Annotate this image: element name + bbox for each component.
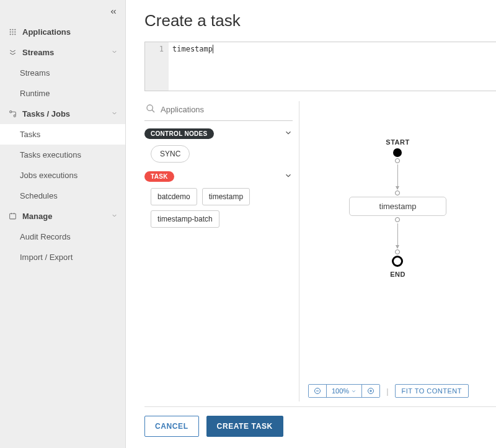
sidebar-subitem-tasks[interactable]: Tasks	[0, 124, 125, 145]
fit-to-content-button[interactable]: FIT TO CONTENT	[395, 384, 469, 398]
start-node[interactable]	[394, 148, 402, 157]
sidebar-item-label: Tasks / Jobs	[22, 109, 70, 119]
svg-point-8	[14, 34, 16, 35]
port-icon[interactable]	[396, 217, 401, 222]
sidebar-subitem-label: Audit Records	[20, 232, 71, 241]
sidebar-subitem-audit-records[interactable]: Audit Records	[0, 226, 125, 247]
sidebar-subitem-import-export[interactable]: Import / Export	[0, 247, 125, 267]
chevron-down-icon	[284, 128, 293, 139]
sidebar-item-label: Streams	[22, 48, 54, 57]
main-content: Create a task 1 timestamp CONTROL NODES	[126, 0, 496, 448]
task-node-timestamp[interactable]: timestamp	[349, 197, 447, 216]
plus-circle-icon	[367, 387, 374, 395]
sidebar-subitem-label: Tasks executions	[20, 150, 81, 159]
svg-point-5	[14, 31, 16, 32]
svg-point-1	[12, 29, 13, 30]
end-node[interactable]	[392, 256, 404, 267]
sidebar-item-streams[interactable]: Streams	[0, 42, 125, 63]
palette-item-label: batcdemo	[157, 192, 190, 201]
svg-point-2	[14, 29, 16, 30]
port-icon[interactable]	[396, 158, 401, 163]
svg-point-7	[12, 34, 13, 35]
palette-item-timestamp[interactable]: timestamp	[202, 188, 250, 205]
fit-label: FIT TO CONTENT	[402, 387, 462, 395]
sidebar-item-label: Manage	[22, 212, 52, 221]
zoom-in-button[interactable]	[362, 385, 379, 397]
editor-text: timestamp	[172, 45, 213, 53]
palette-item-batcdemo[interactable]: batcdemo	[151, 188, 197, 205]
sidebar-subitem-jobs-executions[interactable]: Jobs executions	[0, 165, 125, 186]
sidebar-item-label: Applications	[22, 27, 71, 37]
tasks-icon	[7, 110, 17, 118]
sidebar-subitem-label: Tasks	[20, 130, 40, 139]
sidebar-item-tasks-jobs[interactable]: Tasks / Jobs	[0, 104, 125, 124]
zoom-level-dropdown[interactable]: 100%	[327, 385, 362, 397]
svg-point-3	[9, 31, 11, 32]
chevron-down-icon	[284, 171, 293, 182]
apps-palette: CONTROL NODES SYNC TASK batcdemo ti	[144, 101, 299, 401]
palette-item-label: SYNC	[160, 150, 180, 158]
start-label: START	[386, 138, 409, 146]
manage-icon	[7, 212, 17, 220]
chevron-down-icon	[111, 109, 118, 119]
sidebar-subitem-label: Streams	[20, 68, 50, 78]
button-label: CANCEL	[155, 422, 188, 431]
button-label: CREATE TASK	[217, 422, 273, 431]
editor-gutter: 1	[145, 42, 169, 91]
sidebar-subitem-label: Runtime	[20, 89, 50, 98]
editor-content[interactable]: timestamp	[169, 42, 496, 91]
svg-point-0	[9, 29, 11, 30]
svg-rect-11	[9, 213, 16, 219]
section-pill: CONTROL NODES	[144, 128, 214, 139]
zoom-toolbar: 100% | FIT TO CONTENT	[308, 384, 496, 398]
task-node-label: timestamp	[379, 202, 417, 211]
line-number: 1	[145, 45, 164, 53]
svg-point-12	[147, 105, 153, 110]
port-icon[interactable]	[396, 249, 401, 254]
search-icon	[146, 104, 156, 115]
svg-point-4	[12, 31, 13, 32]
sidebar-item-applications[interactable]: Applications	[0, 22, 125, 42]
footer-actions: CANCEL CREATE TASK	[144, 407, 496, 437]
palette-item-label: timestamp	[209, 192, 243, 201]
zoom-level-label: 100%	[332, 387, 349, 395]
arrow-icon	[397, 223, 398, 248]
create-task-button[interactable]: CREATE TASK	[206, 416, 283, 437]
sidebar-subitem-label: Import / Export	[20, 253, 73, 262]
zoom-out-button[interactable]	[309, 385, 327, 397]
chevron-double-left-icon	[109, 7, 118, 16]
separator: |	[386, 387, 388, 396]
section-control-nodes[interactable]: CONTROL NODES	[144, 128, 293, 139]
text-cursor	[213, 45, 213, 53]
sidebar-subitem-runtime[interactable]: Runtime	[0, 83, 125, 104]
palette-item-label: timestamp-batch	[157, 215, 213, 223]
palette-item-timestamp-batch[interactable]: timestamp-batch	[151, 210, 219, 228]
end-label: END	[390, 271, 405, 278]
dsl-editor[interactable]: 1 timestamp	[144, 42, 496, 91]
minus-circle-icon	[314, 387, 321, 395]
arrow-icon	[397, 164, 398, 189]
sidebar-subitem-streams[interactable]: Streams	[0, 63, 125, 83]
section-task[interactable]: TASK	[144, 171, 293, 182]
sidebar-subitem-label: Schedules	[20, 191, 58, 200]
sidebar-item-manage[interactable]: Manage	[0, 206, 125, 226]
sidebar-subitem-tasks-executions[interactable]: Tasks executions	[0, 145, 125, 165]
chevron-down-icon	[111, 48, 118, 57]
palette-item-sync[interactable]: SYNC	[151, 145, 190, 163]
chevron-down-icon	[351, 388, 356, 394]
apps-search-input[interactable]	[161, 105, 291, 114]
sidebar: Applications Streams Streams Runtime Tas…	[0, 0, 126, 448]
svg-point-6	[9, 34, 11, 35]
cancel-button[interactable]: CANCEL	[144, 416, 199, 437]
port-icon[interactable]	[396, 190, 401, 195]
stream-icon	[7, 48, 17, 56]
chevron-down-icon	[111, 212, 118, 221]
grid-icon	[7, 28, 17, 36]
sidebar-subitem-schedules[interactable]: Schedules	[0, 186, 125, 206]
sidebar-collapse-button[interactable]	[109, 7, 118, 18]
flow-canvas[interactable]: START timestamp END	[299, 101, 496, 401]
svg-point-10	[14, 115, 16, 117]
flow-diagram: START timestamp END	[349, 138, 447, 280]
sidebar-subitem-label: Jobs executions	[20, 171, 78, 180]
section-pill: TASK	[144, 171, 174, 182]
